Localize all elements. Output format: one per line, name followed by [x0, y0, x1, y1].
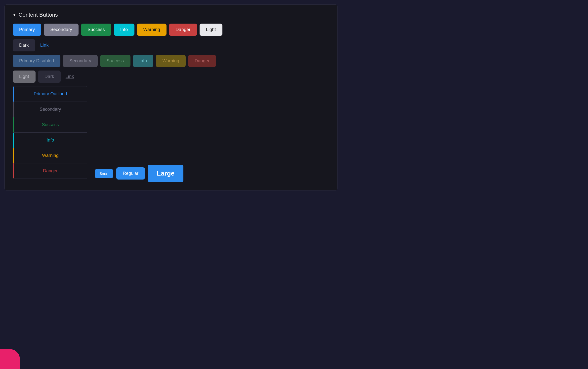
light-button[interactable]: Light: [200, 24, 222, 36]
decorative-shape: [0, 349, 20, 369]
section-title: ▼ Content Buttons: [13, 12, 329, 18]
section-title-text: Content Buttons: [19, 12, 58, 18]
small-button[interactable]: Small: [95, 169, 113, 178]
bottom-section: Primary Outlined Secondary Success Info …: [13, 86, 329, 182]
content-buttons-section: ▼ Content Buttons Primary Secondary Succ…: [4, 4, 337, 190]
info-disabled-button[interactable]: Info: [133, 55, 154, 67]
primary-outlined-button[interactable]: Primary Outlined: [13, 86, 87, 102]
solid-buttons-row1b: Dark Link: [13, 39, 329, 51]
size-buttons-row: Small Regular Large: [95, 165, 183, 182]
success-button[interactable]: Success: [81, 24, 111, 36]
primary-disabled-button[interactable]: Primary Disabled: [13, 55, 60, 67]
large-button[interactable]: Large: [148, 165, 183, 182]
secondary-outlined-button[interactable]: Secondary: [13, 102, 87, 117]
link-disabled-button[interactable]: Link: [63, 71, 77, 83]
info-outlined-button[interactable]: Info: [13, 133, 87, 148]
collapse-icon[interactable]: ▼: [13, 13, 16, 17]
warning-button[interactable]: Warning: [137, 24, 167, 36]
secondary-disabled-button[interactable]: Secondary: [63, 55, 98, 67]
dark-button[interactable]: Dark: [13, 39, 35, 51]
danger-button[interactable]: Danger: [169, 24, 197, 36]
info-button[interactable]: Info: [114, 24, 134, 36]
light-disabled-button[interactable]: Light: [13, 71, 36, 83]
success-disabled-button[interactable]: Success: [100, 55, 130, 67]
disabled-buttons-row2: Primary Disabled Secondary Success Info …: [13, 55, 329, 67]
warning-outlined-button[interactable]: Warning: [13, 148, 87, 163]
regular-button[interactable]: Regular: [116, 167, 145, 180]
primary-button[interactable]: Primary: [13, 24, 41, 36]
secondary-button[interactable]: Secondary: [44, 24, 79, 36]
danger-outlined-button[interactable]: Danger: [13, 163, 87, 179]
dark-disabled-button[interactable]: Dark: [38, 71, 61, 83]
warning-disabled-button[interactable]: Warning: [156, 55, 186, 67]
disabled-buttons-row2b: Light Dark Link: [13, 71, 329, 83]
success-outlined-button[interactable]: Success: [13, 117, 87, 133]
link-button[interactable]: Link: [38, 39, 51, 51]
outlined-buttons-column: Primary Outlined Secondary Success Info …: [13, 86, 87, 179]
solid-buttons-row1: Primary Secondary Success Info Warning D…: [13, 24, 329, 36]
danger-disabled-button[interactable]: Danger: [188, 55, 216, 67]
